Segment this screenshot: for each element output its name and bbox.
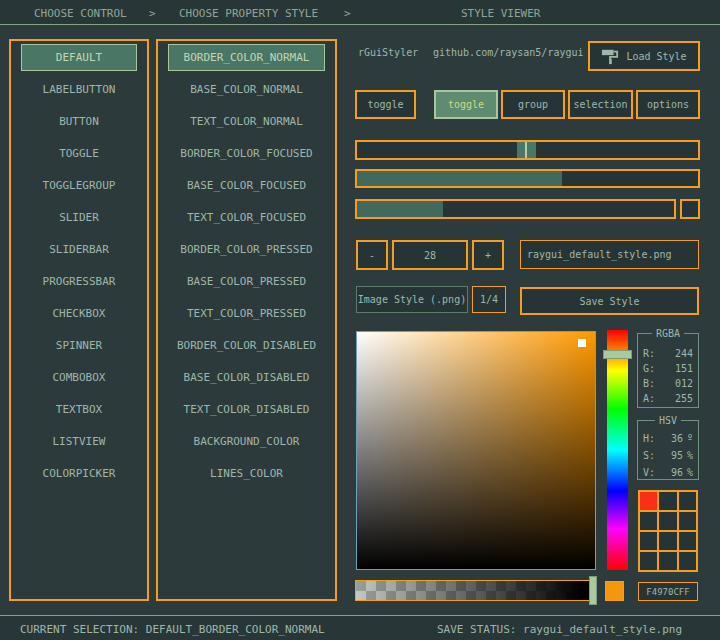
property-item-base-color-normal[interactable]: BASE_COLOR_NORMAL — [168, 76, 325, 103]
status-bar: CURRENT SELECTION: DEFAULT_BORDER_COLOR_… — [0, 615, 720, 640]
color-picker-cursor[interactable] — [578, 339, 586, 347]
toggle-button[interactable]: toggle — [355, 90, 416, 119]
palette-cell[interactable] — [679, 552, 696, 570]
top-bar: CHOOSE CONTROL > CHOOSE PROPERTY STYLE >… — [0, 0, 720, 25]
rgba-title: RGBA — [652, 328, 684, 339]
toggle-group-item-selection[interactable]: selection — [568, 90, 633, 119]
control-item-default[interactable]: DEFAULT — [21, 44, 137, 71]
property-item-text-color-disabled[interactable]: TEXT_COLOR_DISABLED — [168, 396, 325, 423]
toggle-group-item-group[interactable]: group — [501, 90, 565, 119]
s-value: 95 — [671, 450, 683, 461]
property-item-border-color-focused[interactable]: BORDER_COLOR_FOCUSED — [168, 140, 325, 167]
chevron-right-icon: > — [149, 7, 156, 20]
property-item-text-color-focused[interactable]: TEXT_COLOR_FOCUSED — [168, 204, 325, 231]
palette-cell[interactable] — [659, 512, 676, 530]
alpha-bar[interactable] — [355, 580, 597, 601]
property-item-text-color-pressed[interactable]: TEXT_COLOR_PRESSED — [168, 300, 325, 327]
control-item-sliderbar[interactable]: SLIDERBAR — [21, 236, 137, 263]
h-label: H: — [643, 433, 655, 444]
hsv-row-v: V: 96 % — [638, 464, 698, 481]
hue-handle[interactable] — [603, 350, 632, 359]
s-unit: % — [687, 450, 693, 461]
slider-bar[interactable] — [355, 169, 700, 188]
save-status: SAVE STATUS: raygui_default_style.png — [437, 623, 682, 636]
r-value: 244 — [675, 348, 693, 359]
hue-bar[interactable] — [607, 330, 628, 570]
palette-cell[interactable] — [659, 532, 676, 550]
save-style-button[interactable]: Save Style — [520, 287, 699, 315]
property-item-base-color-pressed[interactable]: BASE_COLOR_PRESSED — [168, 268, 325, 295]
rgba-row-a: A: 255 — [638, 391, 698, 406]
breadcrumb-choose-property-style: CHOOSE PROPERTY STYLE — [179, 7, 318, 20]
progress-bar — [355, 199, 676, 219]
spinner-value-box[interactable]: 28 — [392, 240, 468, 270]
control-item-progressbar[interactable]: PROGRESSBAR — [21, 268, 137, 295]
palette-cell[interactable] — [640, 512, 657, 530]
hex-color-input[interactable]: F4970CFF — [638, 582, 698, 601]
properties-list-panel: BORDER_COLOR_NORMAL BASE_COLOR_NORMAL TE… — [156, 39, 337, 601]
palette-cell[interactable] — [640, 532, 657, 550]
slider[interactable] — [355, 140, 700, 160]
control-item-toggle[interactable]: TOGGLE — [21, 140, 137, 167]
property-item-lines-color[interactable]: LINES_COLOR — [168, 460, 325, 487]
filename-input[interactable]: raygui_default_style.png — [520, 240, 699, 269]
hsv-title: HSV — [655, 415, 681, 426]
toggle-group-item-toggle-active[interactable]: toggle — [434, 90, 498, 119]
v-value: 96 — [671, 467, 683, 478]
spinner-decrement-button[interactable]: - — [356, 240, 388, 270]
slider-bar-fill — [357, 171, 562, 186]
palette-cell[interactable] — [659, 492, 676, 510]
b-label: B: — [643, 378, 655, 389]
control-item-listview[interactable]: LISTVIEW — [21, 428, 137, 455]
h-unit: º — [687, 433, 693, 444]
palette-cell[interactable] — [679, 532, 696, 550]
control-item-checkbox[interactable]: CHECKBOX — [21, 300, 137, 327]
control-item-spinner[interactable]: SPINNER — [21, 332, 137, 359]
property-item-background-color[interactable]: BACKGROUND_COLOR — [168, 428, 325, 455]
palette-cell[interactable] — [640, 492, 657, 510]
rgba-row-g: G: 151 — [638, 361, 698, 376]
control-item-textbox[interactable]: TEXTBOX — [21, 396, 137, 423]
image-style-button[interactable]: Image Style (.png) — [356, 286, 468, 313]
spinner-increment-button[interactable]: + — [472, 240, 504, 270]
a-label: A: — [643, 393, 655, 404]
v-label: V: — [643, 467, 655, 478]
palette-cell[interactable] — [640, 552, 657, 570]
property-item-base-color-disabled[interactable]: BASE_COLOR_DISABLED — [168, 364, 325, 391]
app-title: rGuiStyler — [358, 47, 418, 58]
property-item-border-color-normal[interactable]: BORDER_COLOR_NORMAL — [168, 44, 325, 71]
repo-link[interactable]: github.com/raysan5/raygui — [433, 47, 584, 58]
checkbox[interactable] — [680, 199, 700, 219]
rgba-row-b: B: 012 — [638, 376, 698, 391]
r-label: R: — [643, 348, 655, 359]
control-item-slider[interactable]: SLIDER — [21, 204, 137, 231]
palette-cell[interactable] — [679, 492, 696, 510]
property-item-base-color-focused[interactable]: BASE_COLOR_FOCUSED — [168, 172, 325, 199]
hsv-row-h: H: 36 º — [638, 430, 698, 447]
palette-cell[interactable] — [659, 552, 676, 570]
property-item-text-color-normal[interactable]: TEXT_COLOR_NORMAL — [168, 108, 325, 135]
color-picker-sv-area[interactable] — [356, 331, 596, 570]
b-value: 012 — [675, 378, 693, 389]
rgba-row-r: R: 244 — [638, 346, 698, 361]
palette-cell[interactable] — [679, 512, 696, 530]
g-value: 151 — [675, 363, 693, 374]
property-item-border-color-pressed[interactable]: BORDER_COLOR_PRESSED — [168, 236, 325, 263]
control-item-combobox[interactable]: COMBOBOX — [21, 364, 137, 391]
control-item-colorpicker[interactable]: COLORPICKER — [21, 460, 137, 487]
load-style-button[interactable]: Load Style — [588, 41, 700, 71]
current-selection-status: CURRENT SELECTION: DEFAULT_BORDER_COLOR_… — [20, 623, 325, 636]
toggle-group-item-options[interactable]: options — [636, 90, 700, 119]
chevron-right-icon: > — [344, 7, 351, 20]
alpha-handle[interactable] — [589, 576, 597, 605]
rguistyler-window: CHOOSE CONTROL > CHOOSE PROPERTY STYLE >… — [0, 0, 720, 640]
hsv-groupbox: HSV H: 36 º S: 95 % V: 96 % — [637, 420, 699, 480]
progress-bar-fill — [357, 201, 443, 217]
controls-list-panel: DEFAULT LABELBUTTON BUTTON TOGGLE TOGGLE… — [9, 39, 149, 601]
ratio-value-box[interactable]: 1/4 — [472, 286, 506, 313]
control-item-labelbutton[interactable]: LABELBUTTON — [21, 76, 137, 103]
property-item-border-color-disabled[interactable]: BORDER_COLOR_DISABLED — [168, 332, 325, 359]
control-item-button[interactable]: BUTTON — [21, 108, 137, 135]
slider-handle[interactable] — [517, 142, 536, 158]
control-item-togglegroup[interactable]: TOGGLEGROUP — [21, 172, 137, 199]
